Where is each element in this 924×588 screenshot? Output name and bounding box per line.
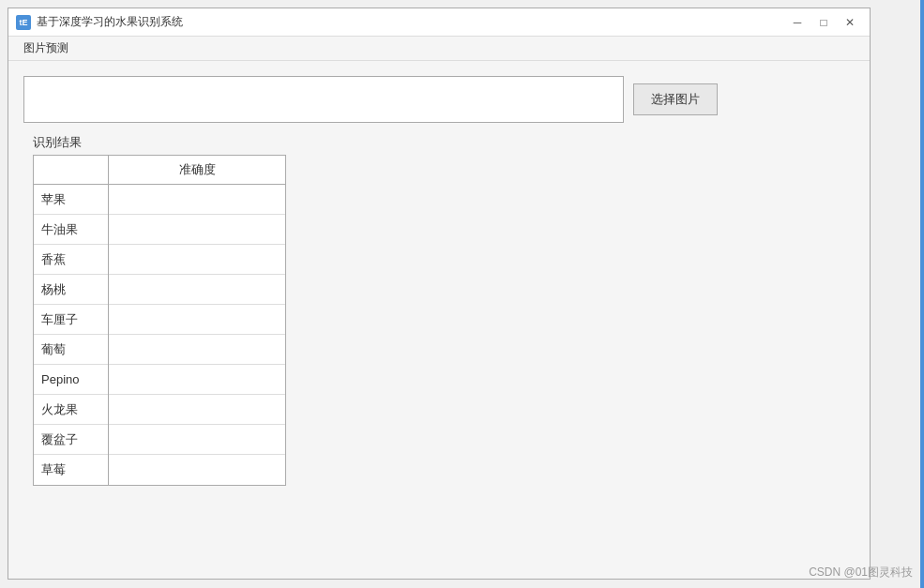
- close-button[interactable]: ✕: [838, 13, 862, 32]
- fruit-name-cell: 车厘子: [34, 305, 109, 335]
- fruit-name-cell: 苹果: [34, 185, 109, 215]
- fruit-accuracy-cell: [109, 185, 285, 215]
- app-icon: tE: [16, 15, 31, 30]
- results-label: 识别结果: [33, 134, 855, 151]
- fruit-accuracy-cell: [109, 275, 285, 305]
- fruit-accuracy-cell: [109, 305, 285, 335]
- fruit-accuracy-cell: [109, 215, 285, 245]
- fruit-accuracy-cell: [109, 455, 285, 485]
- fruit-name-cell: 杨桃: [34, 275, 109, 305]
- fruit-name-cell: 葡萄: [34, 335, 109, 365]
- results-table-container: 准确度 苹果牛油果香蕉杨桃车厘子葡萄Pepino火龙果覆盆子草莓: [33, 155, 286, 486]
- right-border-accent: [920, 0, 924, 588]
- fruit-accuracy-cell: [109, 395, 285, 425]
- title-bar-left: tE 基于深度学习的水果识别系统: [16, 14, 183, 30]
- maximize-button[interactable]: □: [811, 13, 836, 32]
- table-row: 车厘子: [34, 305, 285, 335]
- table-row: 香蕉: [34, 245, 285, 275]
- col-accuracy-header: 准确度: [109, 156, 285, 185]
- table-row: 草莓: [34, 455, 285, 485]
- results-table: 准确度 苹果牛油果香蕉杨桃车厘子葡萄Pepino火龙果覆盆子草莓: [34, 156, 285, 485]
- image-row: 选择图片: [23, 76, 855, 123]
- watermark: CSDN @01图灵科技: [809, 565, 913, 580]
- table-header-row: 准确度: [34, 156, 285, 185]
- col-name-header: [34, 156, 109, 185]
- table-row: 牛油果: [34, 215, 285, 245]
- title-bar: tE 基于深度学习的水果识别系统 ─ □ ✕: [8, 8, 870, 37]
- menu-item-image-predict[interactable]: 图片预测: [16, 38, 76, 58]
- fruit-name-cell: 牛油果: [34, 215, 109, 245]
- minimize-button[interactable]: ─: [785, 13, 810, 32]
- results-tbody: 苹果牛油果香蕉杨桃车厘子葡萄Pepino火龙果覆盆子草莓: [34, 185, 285, 485]
- main-window: tE 基于深度学习的水果识别系统 ─ □ ✕ 图片预测 选择图片 识别结果: [8, 8, 871, 580]
- table-row: 杨桃: [34, 275, 285, 305]
- title-bar-controls: ─ □ ✕: [785, 13, 862, 32]
- menu-bar: 图片预测: [8, 37, 870, 61]
- fruit-name-cell: 香蕉: [34, 245, 109, 275]
- fruit-name-cell: Pepino: [34, 365, 109, 395]
- fruit-accuracy-cell: [109, 365, 285, 395]
- results-section: 识别结果 准确度 苹果牛油果香蕉杨桃车厘子葡萄Pepino火龙果覆盆子草莓: [23, 134, 855, 486]
- table-row: 火龙果: [34, 395, 285, 425]
- fruit-accuracy-cell: [109, 245, 285, 275]
- fruit-name-cell: 火龙果: [34, 395, 109, 425]
- window-title: 基于深度学习的水果识别系统: [37, 14, 183, 30]
- content-area: 选择图片 识别结果 准确度 苹果牛油果香蕉杨桃车厘子葡萄Pepino火龙果覆盆子…: [8, 61, 870, 579]
- app-icon-text: tE: [20, 18, 28, 27]
- table-row: 覆盆子: [34, 425, 285, 455]
- table-row: Pepino: [34, 365, 285, 395]
- fruit-accuracy-cell: [109, 425, 285, 455]
- table-row: 苹果: [34, 185, 285, 215]
- fruit-name-cell: 草莓: [34, 455, 109, 485]
- fruit-name-cell: 覆盆子: [34, 425, 109, 455]
- select-image-button[interactable]: 选择图片: [633, 83, 718, 115]
- fruit-accuracy-cell: [109, 335, 285, 365]
- table-row: 葡萄: [34, 335, 285, 365]
- image-preview-box: [23, 76, 624, 123]
